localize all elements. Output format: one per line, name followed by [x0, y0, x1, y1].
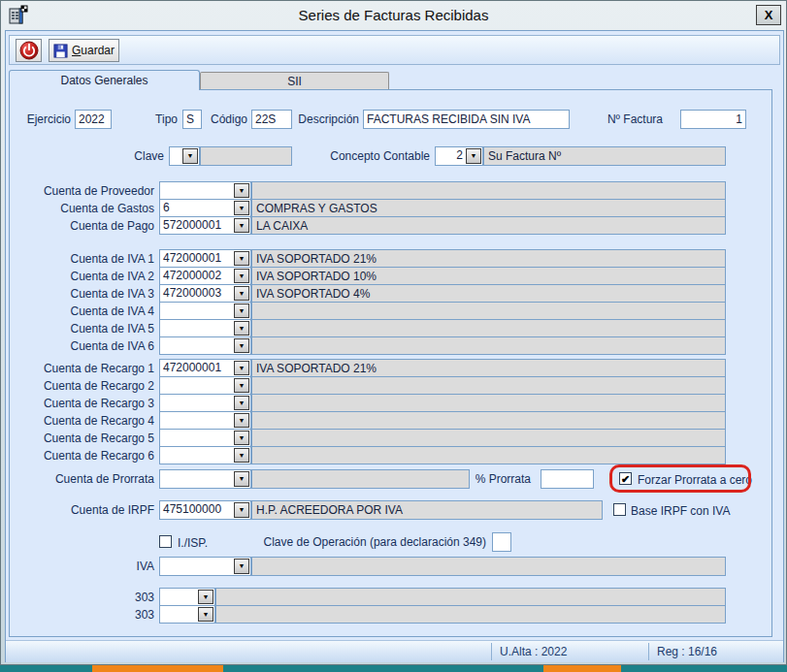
combo-value: 475100000 — [160, 501, 233, 519]
cuenta-recargo-5-combo[interactable] — [159, 429, 251, 447]
iva-combo[interactable] — [159, 557, 251, 576]
combo-303-2[interactable] — [159, 605, 215, 624]
cuenta-recargo-3-desc — [251, 394, 726, 412]
cuenta-pago-desc: LA CAIXA — [251, 216, 726, 235]
tab-sii[interactable]: SII — [200, 72, 389, 90]
combo-value: 472000001 — [160, 360, 233, 376]
cuenta-iva-3-combo[interactable]: 472000003 — [159, 284, 251, 303]
pct-prorrata-field[interactable] — [541, 469, 594, 489]
desc-303-1 — [215, 588, 726, 606]
forzar-prorrata-checkbox[interactable]: ✔ — [619, 472, 632, 485]
combo-value — [160, 320, 233, 336]
chevron-down-icon[interactable] — [234, 338, 249, 353]
cuenta-pago-combo[interactable]: 572000001 — [159, 216, 251, 235]
cuenta-proveedor-label: Cuenta de Proveedor — [11, 181, 154, 200]
cuenta-iva-2-desc: IVA SOPORTADO 10% — [251, 267, 726, 285]
cuenta-recargo-2-combo[interactable] — [159, 376, 251, 395]
tipo-label: Tipo — [137, 110, 178, 129]
cuenta-recargo-3-combo[interactable] — [159, 394, 251, 412]
codigo-label: Código — [205, 110, 247, 129]
cuenta-irpf-combo[interactable]: 475100000 — [159, 500, 251, 520]
save-button-label: Guardar — [72, 44, 115, 57]
cuenta-proveedor-combo[interactable] — [159, 181, 251, 200]
cuenta-iva-6-desc — [251, 336, 726, 355]
base-irpf-checkbox[interactable] — [613, 503, 626, 516]
cuenta-prorrata-label: Cuenta de Prorrata — [11, 469, 154, 489]
chevron-down-icon[interactable] — [234, 201, 249, 215]
codigo-field[interactable]: 22S — [251, 110, 292, 129]
chevron-down-icon[interactable] — [234, 413, 249, 428]
chevron-down-icon[interactable] — [234, 559, 249, 574]
cuenta-recargo-6-row: Cuenta de Recargo 6 — [1, 446, 787, 464]
concepto-contable-combo[interactable]: 2 — [435, 146, 483, 166]
cuenta-iva-2-combo[interactable]: 472000002 — [159, 267, 251, 285]
status-bar: U.Alta : 2022 Reg : 16/16 — [6, 640, 783, 662]
cuenta-recargo-5-desc — [251, 429, 726, 447]
titlebar: Series de Facturas Recibidas X — [2, 1, 785, 30]
save-button[interactable]: Guardar — [49, 39, 119, 62]
cuenta-proveedor-desc — [251, 181, 726, 200]
combo-value — [160, 447, 233, 464]
num-factura-field[interactable]: 1 — [680, 110, 746, 129]
row-303-1: 303 — [1, 588, 787, 606]
chevron-down-icon[interactable] — [234, 218, 249, 233]
close-button[interactable]: X — [756, 5, 781, 25]
cuenta-recargo-1-combo[interactable]: 472000001 — [159, 359, 251, 377]
cuenta-iva-1-combo[interactable]: 472000001 — [159, 249, 251, 268]
cuenta-recargo-3-label: Cuenta de Recargo 3 — [11, 394, 154, 412]
chevron-down-icon[interactable] — [234, 286, 249, 301]
tab-datos-generales[interactable]: Datos Generales — [9, 70, 200, 90]
chevron-down-icon[interactable] — [466, 148, 481, 164]
cuenta-iva-4-desc — [251, 302, 726, 320]
chevron-down-icon[interactable] — [234, 378, 249, 393]
combo-value — [160, 470, 233, 488]
cuenta-recargo-6-label: Cuenta de Recargo 6 — [11, 446, 154, 464]
chevron-down-icon[interactable] — [198, 607, 213, 622]
clave-combo[interactable] — [169, 146, 200, 166]
chevron-down-icon[interactable] — [234, 448, 249, 463]
chevron-down-icon[interactable] — [234, 251, 249, 266]
chevron-down-icon[interactable] — [234, 304, 249, 318]
cuenta-iva-4-combo[interactable] — [159, 302, 251, 320]
status-ualta: U.Alta : 2022 — [491, 643, 648, 660]
window-title: Series de Facturas Recibidas — [2, 1, 785, 30]
background-orange-block — [543, 665, 621, 672]
combo-303-1[interactable] — [159, 588, 215, 606]
ejercicio-field[interactable]: 2022 — [75, 110, 112, 129]
cuenta-recargo-6-combo[interactable] — [159, 446, 251, 464]
cuenta-prorrata-combo[interactable] — [159, 469, 251, 489]
chevron-down-icon[interactable] — [234, 321, 249, 336]
chevron-down-icon[interactable] — [182, 148, 198, 164]
cuenta-iva-5-row: Cuenta de IVA 5 — [1, 319, 787, 337]
isp-checkbox[interactable] — [159, 535, 172, 548]
cuenta-recargo-6-desc — [251, 446, 726, 464]
chevron-down-icon[interactable] — [234, 183, 249, 198]
chevron-down-icon[interactable] — [234, 269, 249, 283]
cuenta-gastos-desc: COMPRAS Y GASTOS — [251, 199, 726, 217]
cuenta-recargo-2-row: Cuenta de Recargo 2 — [1, 376, 787, 395]
chevron-down-icon[interactable] — [234, 361, 249, 375]
clave-desc-field — [200, 146, 292, 166]
background-orange-block — [92, 665, 223, 672]
forzar-prorrata-label: Forzar Prorrata a cero — [638, 473, 752, 487]
cuenta-recargo-3-row: Cuenta de Recargo 3 — [1, 394, 787, 412]
clave-operacion-349-field[interactable] — [492, 532, 511, 552]
cuenta-iva-6-combo[interactable] — [159, 336, 251, 355]
descripcion-label: Descripción — [292, 110, 359, 129]
tipo-field[interactable]: S — [182, 110, 202, 129]
cuenta-prorrata-desc — [251, 469, 470, 489]
cuenta-gastos-combo[interactable]: 6 — [159, 199, 251, 217]
exit-button[interactable] — [16, 39, 42, 62]
chevron-down-icon[interactable] — [234, 396, 249, 410]
descripcion-field[interactable]: FACTURAS RECIBIDA SIN IVA — [363, 110, 570, 129]
chevron-down-icon[interactable] — [198, 590, 213, 604]
cuenta-recargo-4-combo[interactable] — [159, 411, 251, 430]
screen: Series de Facturas Recibidas X — [0, 0, 787, 672]
base-irpf-label: Base IRPF con IVA — [631, 504, 731, 518]
cuenta-irpf-row: Cuenta de IRPF 475100000 H.P. ACREEDORA … — [1, 500, 787, 520]
chevron-down-icon[interactable] — [234, 502, 249, 518]
chevron-down-icon[interactable] — [234, 471, 249, 487]
ejercicio-label: Ejercicio — [11, 110, 71, 129]
cuenta-iva-5-combo[interactable] — [159, 319, 251, 337]
chevron-down-icon[interactable] — [234, 431, 249, 445]
